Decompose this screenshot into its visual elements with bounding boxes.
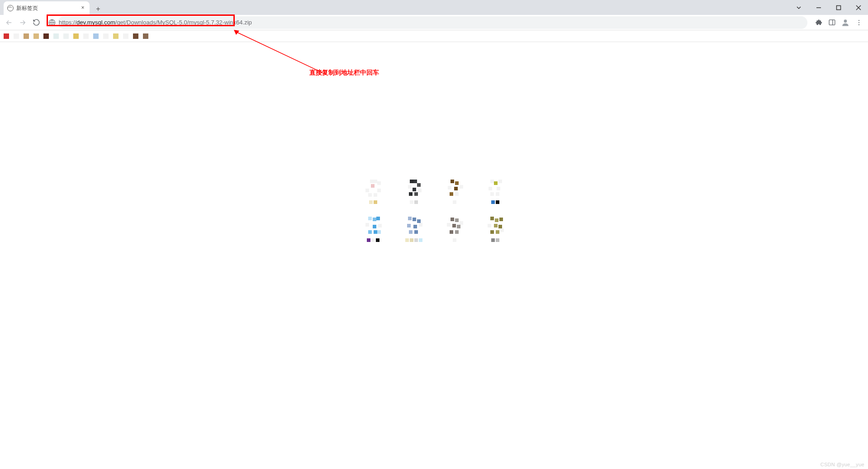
shortcut-tile[interactable]	[434, 175, 475, 213]
address-bar[interactable]: https://dev.mysql.com/get/Downloads/MySQ…	[58, 16, 807, 29]
maximize-button[interactable]	[829, 0, 848, 15]
svg-point-10	[859, 20, 859, 21]
browser-tab[interactable]: 新标签页 ×	[4, 1, 90, 15]
shortcut-label	[394, 238, 434, 244]
bookmark-item[interactable]	[143, 33, 148, 39]
bookmark-item[interactable]	[4, 33, 9, 39]
minimize-button[interactable]	[809, 0, 828, 15]
bookmark-item[interactable]	[24, 33, 29, 39]
shortcut-tile[interactable]	[475, 175, 516, 213]
site-info-button[interactable]	[46, 17, 58, 28]
svg-point-12	[859, 24, 859, 25]
shortcut-icon	[403, 177, 424, 198]
extensions-button[interactable]	[812, 16, 825, 29]
tab-title: 新标签页	[16, 5, 77, 12]
svg-point-11	[859, 22, 859, 23]
new-tab-button[interactable]: +	[92, 3, 104, 15]
window-controls	[789, 0, 868, 15]
omnibox-container: https://dev.mysql.com/get/Downloads/MySQ…	[46, 16, 807, 29]
bookmark-item[interactable]	[83, 33, 89, 39]
shortcut-label	[475, 238, 516, 244]
shortcut-tile[interactable]	[475, 213, 516, 251]
back-button[interactable]	[3, 16, 15, 29]
bookmark-item[interactable]	[33, 33, 39, 39]
shortcut-label	[475, 200, 516, 206]
globe-icon	[7, 5, 14, 11]
shortcut-icon	[363, 177, 384, 198]
bookmark-item[interactable]	[14, 33, 19, 39]
reload-button[interactable]	[30, 16, 43, 29]
address-bar-text: https://dev.mysql.com/get/Downloads/MySQ…	[59, 19, 252, 26]
bookmark-item[interactable]	[103, 33, 109, 39]
close-window-button[interactable]	[849, 0, 868, 15]
shortcut-icon	[485, 177, 506, 198]
shortcut-label	[353, 238, 394, 244]
page-content: 直接复制到地址栏中回车 CSDN @yue__yue	[0, 42, 868, 469]
bookmark-item[interactable]	[123, 33, 128, 39]
toolbar: https://dev.mysql.com/get/Downloads/MySQ…	[0, 15, 868, 30]
shortcut-icon	[363, 215, 384, 236]
tabs-dropdown-button[interactable]	[789, 0, 808, 15]
shortcut-tile[interactable]	[353, 175, 394, 213]
shortcuts-grid	[353, 175, 516, 251]
shortcut-icon	[444, 215, 465, 236]
watermark: CSDN @yue__yue	[821, 462, 864, 467]
toolbar-right	[812, 16, 865, 29]
shortcut-tile[interactable]	[394, 213, 434, 251]
shortcut-tile[interactable]	[434, 213, 475, 251]
shortcut-tile[interactable]	[394, 175, 434, 213]
app-menu-button[interactable]	[853, 16, 865, 29]
bookmark-item[interactable]	[53, 33, 59, 39]
svg-point-9	[844, 19, 847, 23]
svg-rect-1	[837, 5, 841, 9]
side-panel-button[interactable]	[825, 16, 838, 29]
bookmark-item[interactable]	[63, 33, 69, 39]
bookmark-item[interactable]	[113, 33, 119, 39]
bookmark-item[interactable]	[43, 33, 49, 39]
bookmark-item[interactable]	[73, 33, 79, 39]
shortcut-label	[434, 200, 475, 206]
shortcut-icon	[403, 215, 424, 236]
svg-rect-7	[829, 20, 835, 25]
bookmark-item[interactable]	[133, 33, 138, 39]
shortcut-icon	[485, 215, 506, 236]
bookmarks-bar[interactable]	[0, 30, 868, 42]
forward-button[interactable]	[16, 16, 29, 29]
profile-button[interactable]	[839, 16, 852, 29]
shortcut-label	[353, 200, 394, 206]
shortcut-icon	[444, 177, 465, 198]
bookmark-item[interactable]	[93, 33, 99, 39]
close-tab-button[interactable]: ×	[80, 5, 86, 11]
shortcut-label	[394, 200, 434, 206]
shortcut-label	[434, 238, 475, 244]
tab-strip: 新标签页 × +	[0, 0, 868, 15]
shortcut-tile[interactable]	[353, 213, 394, 251]
annotation-text: 直接复制到地址栏中回车	[309, 69, 379, 77]
